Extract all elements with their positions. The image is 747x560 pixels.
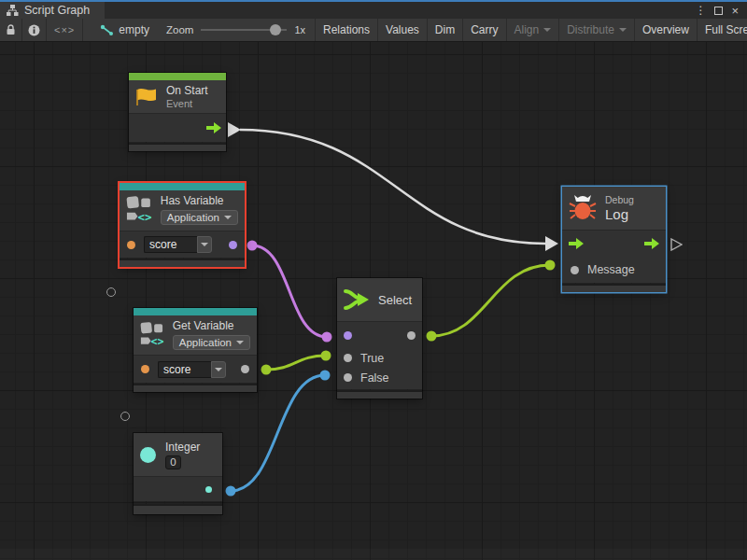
variable-scope-dropdown[interactable]: Application bbox=[161, 210, 238, 225]
chevron-down-icon bbox=[619, 28, 627, 32]
lock-button[interactable] bbox=[0, 19, 22, 41]
window-menu-icon[interactable]: ⋮ bbox=[695, 5, 706, 16]
true-input-port[interactable] bbox=[344, 354, 352, 362]
edge-endpoint bbox=[545, 260, 556, 271]
variable-stripe bbox=[134, 308, 257, 315]
chevron-down-icon bbox=[224, 216, 232, 219]
tab-script-graph[interactable]: Script Graph bbox=[0, 2, 105, 19]
titlebar-spacer bbox=[105, 2, 695, 19]
variable-name-port[interactable] bbox=[127, 241, 135, 249]
graph-canvas[interactable]: On Start Event <> bbox=[0, 42, 747, 560]
node-debug-log[interactable]: Debug Log Mess bbox=[562, 187, 666, 292]
condition-input-port[interactable] bbox=[344, 331, 352, 340]
node-category: Debug bbox=[605, 194, 634, 205]
edge-integer-to-select-false[interactable] bbox=[231, 375, 325, 491]
edge-endpoint bbox=[427, 331, 437, 342]
node-footer bbox=[120, 259, 245, 267]
graph-selector[interactable]: empty bbox=[92, 19, 157, 41]
info-icon bbox=[28, 24, 40, 36]
message-input-port[interactable] bbox=[571, 266, 579, 274]
node-title: On Start bbox=[166, 84, 208, 97]
variable-name-value[interactable]: score bbox=[144, 236, 197, 253]
svg-text:<>: <> bbox=[151, 335, 164, 348]
maximize-icon[interactable] bbox=[714, 7, 723, 15]
flag-icon bbox=[135, 87, 158, 107]
integer-type-icon bbox=[140, 447, 156, 463]
edge-onstart-to-log[interactable] bbox=[240, 130, 545, 244]
node-integer[interactable]: Integer 0 bbox=[134, 433, 222, 514]
node-on-start[interactable]: On Start Event bbox=[129, 73, 226, 151]
info-button[interactable] bbox=[22, 19, 47, 41]
flow-output-port[interactable] bbox=[206, 122, 221, 133]
overview-button[interactable]: Overview bbox=[635, 19, 698, 41]
node-header[interactable]: <> Get Variable Application bbox=[134, 315, 257, 355]
variable-name-field[interactable]: score bbox=[158, 361, 226, 378]
node-header[interactable]: Select bbox=[337, 278, 422, 321]
graph-selector-label: empty bbox=[119, 23, 149, 36]
graph-pointer-icon bbox=[100, 24, 114, 36]
variables-icon: <> bbox=[126, 194, 153, 224]
flow-input-port[interactable] bbox=[569, 238, 584, 249]
bug-icon bbox=[569, 194, 597, 222]
values-button[interactable]: Values bbox=[378, 19, 428, 41]
dim-button[interactable]: Dim bbox=[428, 19, 463, 41]
tab-title: Script Graph bbox=[24, 4, 90, 17]
unconnected-flow-triangle[interactable] bbox=[670, 238, 683, 251]
node-header[interactable]: <> Has Variable Application bbox=[120, 190, 245, 231]
node-footer bbox=[134, 384, 257, 392]
zoom-slider-handle[interactable] bbox=[270, 24, 281, 35]
chevron-down-icon bbox=[543, 28, 551, 32]
node-title: Has Variable bbox=[161, 194, 238, 207]
variables-icon: <> bbox=[140, 319, 165, 349]
chevron-down-icon bbox=[215, 368, 222, 371]
edge-select-to-log-message[interactable] bbox=[431, 265, 550, 336]
graph-hierarchy-icon bbox=[7, 5, 19, 16]
node-has-variable[interactable]: <> Has Variable Application score bbox=[120, 183, 245, 267]
unconnected-port-circle[interactable] bbox=[120, 412, 130, 421]
message-port-label: Message bbox=[587, 263, 635, 276]
carry-button[interactable]: Carry bbox=[463, 19, 506, 41]
titlebar: Script Graph ⋮ × bbox=[0, 2, 747, 19]
svg-text:<>: <> bbox=[137, 210, 151, 224]
node-subtitle: Event bbox=[166, 98, 208, 109]
integer-output-port[interactable] bbox=[205, 486, 212, 493]
close-icon[interactable]: × bbox=[731, 5, 739, 17]
node-header[interactable]: Debug Log bbox=[562, 187, 666, 230]
edge-endpoint bbox=[226, 486, 236, 497]
bool-output-port[interactable] bbox=[229, 241, 237, 249]
variables-toggle-button[interactable]: <×> bbox=[47, 19, 83, 41]
edge-getvariable-to-select-true[interactable] bbox=[266, 356, 326, 370]
edge-endpoint bbox=[321, 351, 331, 361]
chevron-down-icon bbox=[236, 341, 244, 344]
edge-endpoint bbox=[261, 365, 272, 375]
variable-scope-dropdown[interactable]: Application bbox=[173, 335, 250, 350]
variable-name-port[interactable] bbox=[141, 365, 149, 373]
flow-output-port[interactable] bbox=[644, 238, 659, 249]
edge-start-arrow bbox=[228, 122, 241, 137]
zoom-slider[interactable] bbox=[201, 23, 287, 36]
edge-endpoint bbox=[322, 332, 332, 343]
align-button[interactable]: Align bbox=[507, 19, 560, 41]
node-select[interactable]: Select True False bbox=[337, 278, 422, 399]
variable-name-dropdown-button[interactable] bbox=[211, 361, 226, 378]
fullscreen-button[interactable]: Full Screen bbox=[698, 19, 747, 41]
relations-button[interactable]: Relations bbox=[316, 19, 378, 41]
variable-name-value[interactable]: score bbox=[158, 361, 211, 378]
lock-icon bbox=[6, 24, 16, 35]
node-header[interactable]: On Start Event bbox=[129, 80, 226, 113]
edge-endpoint bbox=[320, 371, 331, 381]
node-header[interactable]: Integer 0 bbox=[134, 433, 222, 476]
false-port-label: False bbox=[360, 371, 389, 385]
variable-name-field[interactable]: score bbox=[144, 236, 212, 253]
false-input-port[interactable] bbox=[344, 373, 352, 382]
node-title: Get Variable bbox=[173, 319, 250, 332]
integer-value-field[interactable]: 0 bbox=[165, 455, 181, 469]
distribute-button[interactable]: Distribute bbox=[559, 19, 635, 41]
variables-code-icon: <×> bbox=[54, 24, 75, 35]
edge-hasvariable-to-select[interactable] bbox=[252, 245, 327, 337]
value-output-port[interactable] bbox=[241, 365, 249, 373]
node-get-variable[interactable]: <> Get Variable Application score bbox=[134, 308, 257, 392]
selection-output-port[interactable] bbox=[407, 331, 416, 340]
variable-name-dropdown-button[interactable] bbox=[197, 236, 212, 253]
unconnected-port-circle[interactable] bbox=[106, 287, 116, 297]
